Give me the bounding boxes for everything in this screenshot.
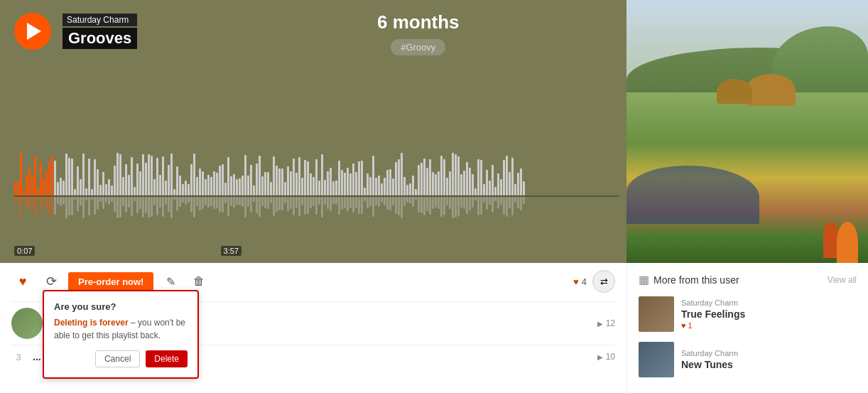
waveform-bar-top — [409, 183, 411, 195]
waveform-bar-top — [85, 188, 87, 195]
waveform-bar-top — [131, 157, 133, 195]
waveform-bar-bottom — [506, 197, 508, 217]
waveform-bar-bottom — [415, 197, 417, 200]
waveform-bar-bottom — [253, 197, 255, 202]
waveform-bar-top — [438, 171, 440, 195]
waveform-bar-top — [338, 161, 340, 195]
waveform-bar-top — [91, 189, 93, 195]
waveform-bar-top — [474, 188, 477, 195]
waveform-bar-bottom — [466, 197, 468, 214]
waveform-bar-top — [318, 181, 320, 195]
waveform-bar-bottom — [119, 197, 121, 217]
waveform-bar-bottom — [242, 197, 244, 207]
play-number: 10 — [606, 352, 615, 362]
waveform-bar-top — [281, 168, 283, 195]
waveform-bar-bottom — [213, 197, 215, 209]
cancel-button[interactable]: Cancel — [95, 350, 140, 367]
waveform-bar-bottom — [216, 197, 218, 208]
waveform-bar-top — [335, 181, 337, 195]
share-button[interactable]: ⇄ — [592, 270, 615, 293]
heart-icon: ♥ — [681, 321, 686, 330]
waveform-bar-top — [381, 183, 383, 195]
waveform-bar-bottom — [278, 197, 281, 210]
popup-title: Are you sure? — [54, 301, 188, 312]
waveform-bar-bottom — [330, 197, 332, 211]
waveform[interactable] — [14, 149, 619, 242]
waveform-bar-bottom — [244, 197, 246, 217]
waveform-bar-bottom — [239, 197, 241, 205]
sidebar-track[interactable]: Saturday CharmNew Tunes — [639, 342, 857, 377]
waveform-bar-top — [102, 172, 104, 196]
waveform-bar-top — [179, 176, 181, 195]
waveform-bar-bottom — [188, 197, 190, 203]
preorder-button[interactable]: Pre-order now! — [68, 272, 153, 291]
waveform-bar-bottom — [210, 197, 212, 206]
waveform-bar-top — [486, 170, 488, 195]
waveform-bar-bottom — [202, 197, 204, 209]
waveform-bar-top — [259, 156, 261, 195]
waveform-bar-top — [45, 170, 48, 195]
play-icon — [27, 23, 41, 40]
playlist-number: 3 — [11, 352, 26, 362]
waveform-bar-top — [358, 161, 360, 195]
waveform-bar-top — [28, 166, 31, 195]
waveform-bar-bottom — [170, 197, 173, 218]
waveform-bar-bottom — [367, 197, 369, 208]
waveform-bar-top — [278, 168, 281, 195]
waveform-bar-top — [369, 177, 371, 195]
waveform-bar-top — [205, 179, 207, 195]
waveform-bar-bottom — [99, 197, 102, 202]
waveform-bar-bottom — [102, 197, 104, 209]
artwork-panel — [626, 0, 868, 263]
waveform-bar-top — [97, 169, 99, 195]
waveform-bar-top — [165, 181, 167, 195]
waveform-bar-top — [293, 158, 295, 195]
waveform-bar-top — [347, 168, 349, 195]
waveform-bar-top — [432, 172, 434, 195]
album-art — [626, 0, 868, 263]
waveform-bar-top — [412, 176, 414, 195]
like-button[interactable]: ♥ — [11, 270, 34, 293]
waveform-bar-top — [77, 166, 79, 195]
waveform-bar-top — [227, 157, 229, 195]
waveform-bar-bottom — [105, 197, 107, 203]
waveform-bar-bottom — [435, 197, 437, 208]
waveform-bar-bottom — [28, 197, 31, 211]
time-end: 3:57 — [221, 246, 242, 256]
waveform-bar-bottom — [318, 197, 320, 205]
waveform-bar-bottom — [307, 197, 309, 214]
waveform-bar-top — [148, 154, 150, 195]
playlist-thumbnail — [11, 308, 43, 339]
confirm-delete-button[interactable]: Delete — [146, 350, 188, 367]
play-button[interactable] — [14, 13, 51, 50]
waveform-bar-top — [188, 184, 190, 195]
waveform-bar-top — [233, 174, 235, 195]
waveform-bar-top — [367, 173, 369, 195]
sidebar-track[interactable]: Saturday CharmTrue Feelings♥ 1 — [639, 296, 857, 332]
waveform-bar-top — [128, 175, 130, 195]
waveform-bar-bottom — [429, 197, 431, 215]
waveform-bar-bottom — [250, 197, 252, 212]
waveform-bar-bottom — [34, 197, 36, 217]
waveform-bar-top — [114, 166, 116, 196]
waveform-bar-bottom — [315, 197, 318, 215]
waveform-bar-bottom — [361, 197, 363, 214]
waveform-bar-bottom — [463, 197, 465, 209]
waveform-bar-bottom — [523, 197, 525, 204]
waveform-bar-top — [395, 162, 397, 195]
waveform-bar-top — [426, 168, 428, 195]
waveform-bar-top — [517, 173, 519, 195]
waveform-bar-bottom — [392, 197, 394, 205]
waveform-bar-top — [247, 176, 249, 195]
waveform-bar-top — [99, 185, 102, 195]
painting-haystack-2 — [717, 79, 752, 104]
waveform-bar-bottom — [406, 197, 408, 203]
view-all-link[interactable]: View all — [828, 275, 857, 285]
waveform-bar-bottom — [426, 197, 428, 211]
sidebar-track-title: New Tunes — [681, 359, 738, 370]
waveform-bar-top — [88, 158, 90, 195]
waveform-bar-bottom — [179, 197, 181, 207]
waveform-bar-bottom — [514, 197, 516, 203]
waveform-bar-bottom — [222, 197, 224, 212]
waveform-bar-bottom — [26, 197, 28, 208]
